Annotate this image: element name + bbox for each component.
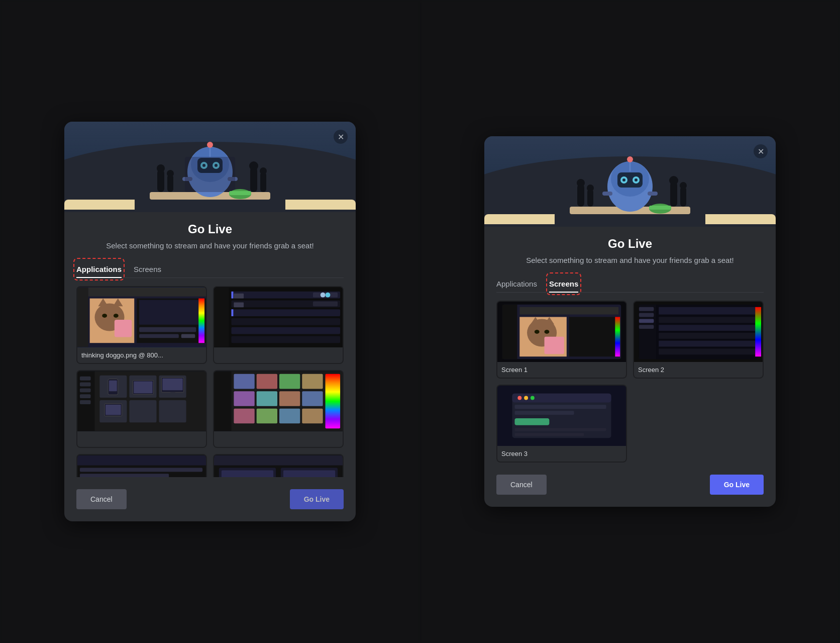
right-grid-item-1[interactable]: Screen 2 — [633, 301, 764, 379]
svg-point-32 — [114, 314, 119, 318]
svg-rect-94 — [77, 455, 206, 466]
svg-point-21 — [260, 167, 267, 174]
svg-point-55 — [321, 293, 326, 298]
svg-rect-45 — [231, 318, 340, 325]
svg-rect-149 — [659, 317, 755, 323]
svg-rect-142 — [545, 337, 564, 354]
svg-rect-74 — [80, 383, 91, 387]
right-close-button[interactable]: ✕ — [754, 144, 768, 158]
svg-point-163 — [524, 396, 528, 400]
right-thumb-svg-1 — [634, 302, 763, 362]
svg-rect-131 — [649, 206, 671, 210]
right-cancel-button[interactable]: Cancel — [496, 475, 547, 495]
svg-rect-23 — [229, 191, 251, 195]
left-thumb-svg-1 — [214, 287, 343, 347]
left-grid-item-3[interactable] — [213, 370, 344, 448]
right-illustration: ✕ — [484, 136, 776, 227]
svg-point-117 — [635, 178, 638, 181]
svg-rect-78 — [214, 372, 343, 431]
left-tab-screens[interactable]: Screens — [134, 261, 161, 278]
right-robot-illustration — [555, 146, 705, 227]
left-tabs: Applications Screens — [76, 261, 344, 278]
left-dialog-subtitle: Select something to stream and have your… — [76, 240, 344, 251]
right-dialog-wrapper: ✕ Go Live Select something to stream and… — [484, 136, 776, 507]
right-dialog-subtitle: Select something to stream and have your… — [496, 255, 764, 265]
right-dialog-title: Go Live — [496, 237, 764, 251]
svg-rect-87 — [302, 391, 323, 406]
right-label-1: Screen 2 — [634, 362, 763, 378]
svg-rect-63 — [159, 400, 186, 422]
left-panel: ✕ Go Live Select something to stream and… — [0, 0, 420, 643]
left-thumb-svg-4 — [77, 455, 206, 477]
left-tab-applications[interactable]: Applications — [76, 261, 122, 278]
svg-rect-151 — [659, 333, 755, 339]
left-grid-item-0[interactable]: thinking doggo.png @ 800... — [76, 286, 207, 364]
svg-point-164 — [531, 396, 535, 400]
svg-rect-168 — [514, 428, 606, 431]
left-cancel-button[interactable]: Cancel — [76, 489, 127, 509]
svg-rect-120 — [602, 192, 612, 196]
right-tab-screens[interactable]: Screens — [549, 275, 578, 292]
svg-rect-126 — [670, 181, 677, 207]
svg-point-19 — [249, 161, 258, 170]
svg-rect-38 — [139, 334, 179, 338]
svg-rect-33 — [115, 320, 132, 337]
left-grid-item-5[interactable] — [213, 454, 344, 477]
right-golive-button[interactable]: Go Live — [710, 475, 764, 495]
left-grid: thinking doggo.png @ 800... — [76, 286, 344, 477]
svg-rect-46 — [231, 327, 340, 334]
left-label-1 — [214, 347, 343, 363]
left-thumb-2 — [77, 371, 206, 431]
svg-rect-135 — [519, 307, 618, 315]
svg-rect-169 — [514, 433, 584, 436]
svg-rect-73 — [80, 377, 91, 381]
right-dialog-body: Go Live Select something to stream and h… — [484, 227, 776, 507]
svg-rect-48 — [231, 292, 233, 299]
svg-rect-77 — [80, 400, 91, 404]
svg-point-141 — [545, 330, 550, 334]
svg-rect-75 — [80, 388, 91, 392]
svg-rect-158 — [755, 307, 761, 356]
left-thumb-svg-5 — [214, 455, 343, 477]
left-dialog: ✕ Go Live Select something to stream and… — [64, 122, 356, 521]
svg-rect-156 — [639, 319, 654, 323]
right-grid-item-0[interactable]: Screen 1 — [496, 301, 627, 379]
right-grid-item-2[interactable]: Screen 3 — [496, 385, 627, 463]
svg-rect-62 — [129, 400, 156, 422]
svg-rect-153 — [659, 348, 755, 354]
svg-rect-13 — [185, 157, 235, 192]
svg-point-123 — [577, 179, 585, 187]
left-thumb-1 — [214, 287, 343, 347]
right-dialog: ✕ Go Live Select something to stream and… — [484, 136, 776, 507]
left-thumb-3 — [214, 371, 343, 431]
left-thumb-svg-2 — [77, 371, 206, 431]
svg-point-125 — [587, 185, 594, 192]
svg-rect-150 — [659, 325, 755, 331]
svg-rect-92 — [326, 374, 341, 428]
left-thumb-svg-3 — [214, 371, 343, 431]
right-thumb-svg-0 — [497, 302, 626, 362]
svg-rect-85 — [257, 391, 277, 406]
svg-rect-41 — [214, 288, 229, 347]
svg-rect-35 — [139, 300, 203, 325]
svg-rect-84 — [234, 391, 254, 406]
svg-rect-128 — [680, 187, 686, 207]
right-tab-applications[interactable]: Applications — [496, 275, 537, 292]
left-grid-item-2[interactable] — [76, 370, 207, 448]
left-grid-item-1[interactable] — [213, 286, 344, 364]
left-grid-item-4[interactable] — [76, 454, 207, 477]
svg-rect-82 — [279, 374, 300, 389]
left-close-button[interactable]: ✕ — [334, 130, 348, 144]
left-dialog-title: Go Live — [76, 222, 344, 236]
svg-point-10 — [207, 142, 213, 148]
left-golive-button[interactable]: Go Live — [290, 489, 344, 509]
svg-rect-47 — [231, 336, 340, 343]
right-illus-content — [555, 146, 705, 227]
right-label-2: Screen 3 — [497, 446, 626, 462]
right-thumb-1 — [634, 302, 763, 362]
svg-rect-148 — [659, 307, 755, 315]
svg-rect-44 — [231, 309, 340, 316]
right-dialog-footer: Cancel Go Live — [496, 473, 764, 495]
svg-point-129 — [680, 182, 687, 189]
svg-rect-18 — [250, 167, 257, 192]
